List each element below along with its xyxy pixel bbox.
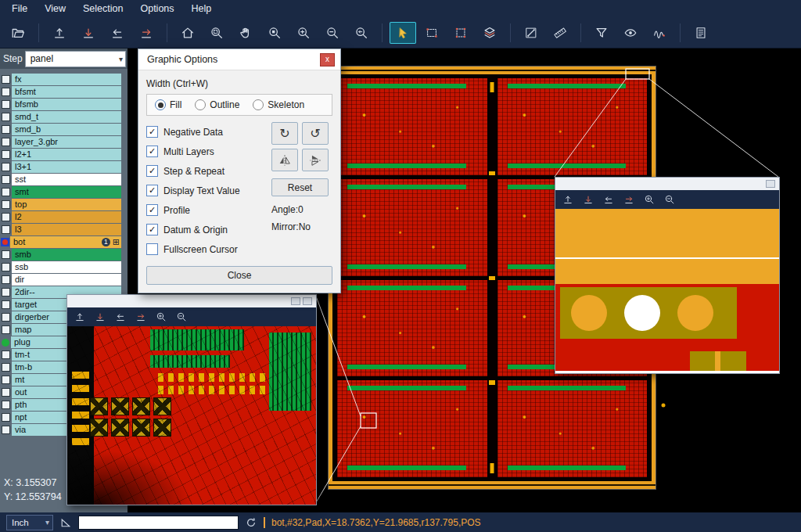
- tray-left-button[interactable]: [111, 309, 130, 325]
- zoom-view-detail[interactable]: [555, 209, 779, 373]
- ruler-button[interactable]: [547, 22, 573, 44]
- layer-checkbox[interactable]: [2, 213, 10, 221]
- zoom-in-button[interactable]: [152, 309, 171, 325]
- layer-row-smt[interactable]: smt: [0, 186, 128, 198]
- layer-row-top[interactable]: top: [0, 199, 128, 210]
- menu-file[interactable]: File: [3, 1, 36, 16]
- layer-checkbox[interactable]: [2, 275, 10, 284]
- flip-horizontal-button[interactable]: [271, 149, 298, 171]
- layer-row-fx[interactable]: fx: [0, 74, 128, 85]
- tray-up-button[interactable]: [46, 22, 73, 44]
- menu-view[interactable]: View: [36, 1, 74, 16]
- layer-checkbox[interactable]: [2, 401, 10, 409]
- highlight-net-button[interactable]: [646, 22, 673, 44]
- tray-down-button[interactable]: [75, 22, 102, 44]
- filter-button[interactable]: [588, 22, 615, 44]
- transform-select-button[interactable]: [447, 22, 474, 44]
- layer-checkbox[interactable]: [2, 426, 10, 434]
- layer-checkbox[interactable]: [2, 188, 10, 196]
- tray-left-button[interactable]: [104, 22, 131, 44]
- zoom-out-button[interactable]: [172, 309, 191, 325]
- layer-row-smd-t[interactable]: smd_t: [0, 111, 128, 123]
- command-input[interactable]: [78, 516, 239, 530]
- rotate-ccw-button[interactable]: ↺: [302, 122, 329, 145]
- layer-checkbox[interactable]: [2, 175, 10, 184]
- rotate-cw-button[interactable]: ↻: [271, 122, 298, 145]
- grid-icon[interactable]: ⊞: [113, 236, 120, 248]
- layer-checkbox[interactable]: [2, 388, 10, 397]
- check-multi-layers[interactable]: ✓Multi Layers: [146, 142, 265, 161]
- layer-row-dir[interactable]: dir: [0, 274, 128, 286]
- layers-align-button[interactable]: [476, 22, 503, 44]
- radio-skeleton[interactable]: Skeleton: [253, 99, 304, 110]
- zoom-in-button[interactable]: [290, 22, 317, 44]
- layer-row-l3[interactable]: l3: [0, 224, 128, 235]
- layer-row-sst[interactable]: sst: [0, 174, 128, 185]
- layer-checkbox[interactable]: [2, 150, 10, 159]
- radio-fill[interactable]: Fill: [155, 99, 181, 110]
- tray-right-button[interactable]: [133, 22, 160, 44]
- layer-checkbox[interactable]: [2, 313, 10, 322]
- step-select[interactable]: panel ▾: [25, 51, 126, 67]
- tray-left-button[interactable]: [599, 192, 618, 207]
- close-icon[interactable]: x: [320, 53, 335, 66]
- tray-down-button[interactable]: [579, 192, 598, 207]
- layer-checkbox[interactable]: [2, 325, 10, 334]
- minimize-button[interactable]: [766, 180, 775, 188]
- dialog-titlebar[interactable]: Graphic Options x: [138, 49, 340, 70]
- tray-right-button[interactable]: [131, 309, 150, 325]
- check-negative-data[interactable]: ✓Negative Data: [146, 122, 265, 142]
- eye-button[interactable]: [617, 22, 644, 44]
- close-button[interactable]: Close: [146, 266, 332, 285]
- minimize-button[interactable]: [291, 297, 300, 305]
- zoom-previous-button[interactable]: [348, 22, 375, 44]
- layer-row-ssb[interactable]: ssb: [0, 261, 128, 273]
- measure-line-button[interactable]: [518, 22, 544, 44]
- layer-checkbox[interactable]: [2, 288, 10, 297]
- zoom-region-button[interactable]: [203, 22, 230, 44]
- zoom-out-button[interactable]: [319, 22, 346, 44]
- check-step-repeat[interactable]: ✓Step & Repeat: [146, 161, 265, 181]
- zoom-window-titlebar[interactable]: [555, 178, 779, 190]
- reset-button[interactable]: Reset: [271, 178, 329, 196]
- layer-checkbox[interactable]: [2, 300, 10, 309]
- layer-checkbox[interactable]: [2, 263, 10, 271]
- layer-checkbox[interactable]: [2, 75, 10, 84]
- draft-triangle-icon[interactable]: [59, 516, 72, 529]
- menu-selection[interactable]: Selection: [74, 1, 131, 16]
- check-display-text-value[interactable]: ✓Display Text Value: [146, 181, 265, 200]
- zoom-window-titlebar[interactable]: [67, 295, 316, 307]
- layer-checkbox[interactable]: [2, 138, 10, 146]
- layer-checkbox[interactable]: [2, 413, 10, 422]
- layer-checkbox[interactable]: [2, 125, 10, 134]
- report-button[interactable]: [688, 22, 714, 44]
- zoom-window-right[interactable]: [555, 177, 780, 374]
- zoom-view-detail[interactable]: [67, 326, 316, 505]
- layer-row-bot[interactable]: bot1⊞: [0, 236, 128, 248]
- layer-checkbox[interactable]: [2, 250, 10, 259]
- layer-checkbox[interactable]: [2, 376, 10, 384]
- zoom-out-button[interactable]: [660, 192, 679, 207]
- layer-row-smb[interactable]: smb: [0, 249, 128, 261]
- layer-checkbox[interactable]: [2, 200, 10, 209]
- pan-hand-button[interactable]: [232, 22, 259, 44]
- layer-row-l2-1[interactable]: l2+1: [0, 149, 128, 160]
- layer-checkbox[interactable]: [2, 363, 10, 372]
- layer-row-l2[interactable]: l2: [0, 211, 128, 223]
- tray-down-button[interactable]: [91, 309, 110, 325]
- tray-up-button[interactable]: [559, 192, 577, 207]
- menu-options[interactable]: Options: [131, 1, 182, 16]
- layer-row-layer-3-gbr[interactable]: layer_3.gbr: [0, 136, 128, 148]
- tray-right-button[interactable]: [620, 192, 638, 207]
- check-datum-origin[interactable]: ✓Datum & Origin: [146, 220, 265, 239]
- zoom-window-bottom-left[interactable]: [66, 294, 317, 505]
- layer-checkbox[interactable]: [2, 88, 10, 96]
- home-button[interactable]: [174, 22, 201, 44]
- flip-vertical-button[interactable]: [302, 149, 329, 171]
- select-cursor-button[interactable]: [390, 22, 416, 44]
- open-button[interactable]: [5, 22, 31, 44]
- layer-checkbox[interactable]: [2, 113, 10, 121]
- zoom-in-button[interactable]: [640, 192, 659, 207]
- radio-outline[interactable]: Outline: [195, 99, 239, 110]
- refresh-icon[interactable]: [245, 516, 257, 529]
